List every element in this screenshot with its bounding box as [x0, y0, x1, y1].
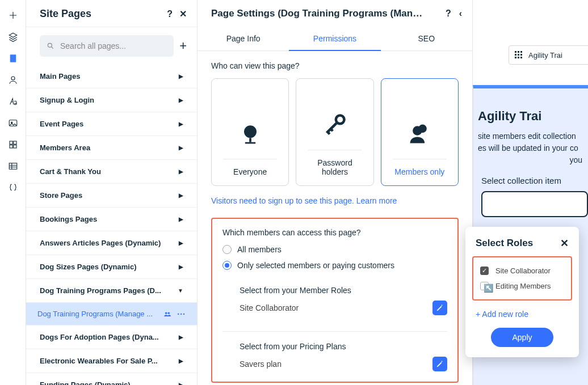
category-label: Electronic Wearables For Sale P...: [40, 357, 158, 365]
svg-point-17: [413, 126, 422, 136]
signup-note-text: Visitors need to sign up to see this pag…: [211, 196, 356, 205]
svg-point-10: [165, 312, 167, 314]
collapse-icon[interactable]: ‹: [459, 9, 462, 19]
card-everyone[interactable]: Everyone: [211, 78, 289, 186]
category-label: Event Pages: [40, 120, 83, 128]
role-option-site-collaborator[interactable]: ✓ Site Collaborator: [480, 263, 564, 278]
page-item-label: Dog Training Programs (Manage ...: [37, 310, 153, 318]
category-label: Answers Articles Pages (Dynamic): [40, 239, 161, 247]
category-dog-training-programs[interactable]: Dog Training Programs Pages (D...▼: [26, 279, 197, 303]
category-label: Store Pages: [40, 191, 82, 200]
tab-seo[interactable]: SEO: [381, 28, 472, 50]
member-roles-value: Site Collaborator: [240, 303, 299, 312]
more-icon[interactable]: ···: [177, 310, 186, 319]
member-access-label: Which members can access this page?: [222, 228, 447, 237]
help-icon[interactable]: ?: [167, 9, 173, 19]
learn-more-link[interactable]: Learn more: [356, 196, 397, 205]
apps-icon[interactable]: [8, 139, 18, 150]
card-label: Everyone: [223, 159, 277, 176]
page-item-dog-training-programs-manage[interactable]: Dog Training Programs (Manage ... ···: [26, 303, 197, 325]
category-label: Cart & Thank You: [40, 167, 101, 176]
chevron-right-icon: ▶: [179, 240, 183, 246]
radio-selected-members[interactable]: Only selected members or paying customer…: [222, 261, 447, 270]
add-new-role-link[interactable]: + Add new role: [465, 307, 579, 328]
category-dog-sizes[interactable]: Dog Sizes Pages (Dynamic)▶: [26, 255, 197, 279]
radio-icon: [222, 261, 232, 270]
add-page-button[interactable]: +: [179, 40, 187, 52]
apply-button[interactable]: Apply: [491, 328, 553, 347]
chevron-right-icon: ▶: [179, 382, 183, 385]
tab-permissions[interactable]: Permissions: [289, 28, 380, 51]
category-bookings-pages[interactable]: Bookings Pages▶: [26, 208, 197, 231]
page-icon[interactable]: [8, 53, 18, 64]
category-label: Members Area: [40, 143, 90, 152]
pages-tree: Main Pages▶ Signup & Login▶ Event Pages▶…: [26, 65, 197, 385]
globe-icon: [237, 120, 264, 147]
radio-label: All members: [237, 245, 282, 254]
radio-all-members[interactable]: All members: [222, 245, 447, 254]
category-label: Dog Sizes Pages (Dynamic): [40, 263, 137, 271]
svg-rect-5: [13, 141, 16, 144]
svg-rect-4: [10, 141, 12, 144]
card-members-only[interactable]: Members only: [381, 78, 459, 186]
checkbox-icon: ✓: [480, 266, 489, 275]
dataset-selector[interactable]: Agility Trai: [509, 45, 588, 65]
collection-item-input[interactable]: [481, 191, 588, 217]
sidebar-title: Site Pages: [40, 8, 91, 20]
search-input[interactable]: Search all pages...: [40, 35, 174, 57]
category-signup-login[interactable]: Signup & Login▶: [26, 88, 197, 112]
radio-icon: [222, 245, 232, 254]
role-option-editing-members[interactable]: Editing Members: [480, 278, 564, 294]
role-label: Editing Members: [495, 282, 551, 290]
help-icon[interactable]: ?: [446, 9, 451, 19]
chevron-down-icon: ▼: [178, 287, 183, 294]
layers-icon[interactable]: [8, 32, 18, 42]
panel-title: Page Settings (Dog Training Programs (Ma…: [211, 8, 427, 19]
close-icon[interactable]: ✕: [179, 9, 187, 19]
add-icon[interactable]: [8, 10, 18, 20]
search-icon: [47, 42, 54, 50]
braces-icon[interactable]: [8, 183, 18, 193]
settings-tabs: Page Info Permissions SEO: [198, 28, 472, 51]
chevron-right-icon: ▶: [179, 145, 183, 151]
preview-heading: Agility Trai: [478, 109, 588, 124]
chevron-right-icon: ▶: [179, 168, 183, 175]
svg-rect-6: [10, 145, 12, 148]
category-event-pages[interactable]: Event Pages▶: [26, 112, 197, 136]
chevron-right-icon: ▶: [179, 334, 183, 340]
who-can-view-label: Who can view this page?: [211, 61, 459, 70]
preview-text: es will be updated in your co: [478, 143, 578, 153]
grid-icon: [515, 51, 523, 59]
close-icon[interactable]: ✕: [560, 237, 569, 249]
category-main-pages[interactable]: Main Pages▶: [26, 65, 197, 88]
edit-plans-button[interactable]: [432, 357, 447, 371]
category-label: Bookings Pages: [40, 215, 97, 223]
category-funding-pages[interactable]: Funding Pages (Dynamic)▶: [26, 373, 197, 385]
category-store-pages[interactable]: Store Pages▶: [26, 184, 197, 208]
chevron-right-icon: ▶: [179, 73, 183, 79]
tab-page-info[interactable]: Page Info: [198, 28, 289, 50]
category-answers-articles[interactable]: Answers Articles Pages (Dynamic)▶: [26, 231, 197, 255]
category-electronic-wearables[interactable]: Electronic Wearables For Sale P...▶: [26, 349, 197, 373]
site-pages-panel: Site Pages ? ✕ Search all pages... + Mai…: [26, 0, 198, 385]
image-icon[interactable]: [8, 118, 18, 128]
type-icon[interactable]: [8, 96, 18, 107]
chevron-right-icon: ▶: [179, 192, 183, 198]
chevron-right-icon: ▶: [179, 216, 183, 222]
svg-point-12: [244, 125, 257, 138]
card-password-holders[interactable]: Password holders: [296, 78, 373, 186]
category-dogs-for-adoption[interactable]: Dogs For Adoption Pages (Dyna...▶: [26, 325, 197, 349]
svg-point-11: [168, 312, 170, 314]
svg-point-15: [336, 116, 345, 124]
table-icon[interactable]: [8, 161, 18, 171]
left-icon-rail: [0, 0, 26, 385]
category-label: Dogs For Adoption Pages (Dyna...: [40, 333, 159, 341]
person-icon[interactable]: [8, 75, 18, 85]
chevron-right-icon: ▶: [179, 121, 183, 127]
category-cart-thank-you[interactable]: Cart & Thank You▶: [26, 160, 197, 184]
svg-rect-7: [13, 145, 16, 148]
select-roles-popover: Select Roles ✕ ✓ Site Collaborator Editi…: [465, 227, 579, 357]
category-members-area[interactable]: Members Area▶: [26, 136, 197, 160]
edit-roles-button[interactable]: [432, 301, 447, 315]
svg-point-1: [11, 77, 15, 80]
